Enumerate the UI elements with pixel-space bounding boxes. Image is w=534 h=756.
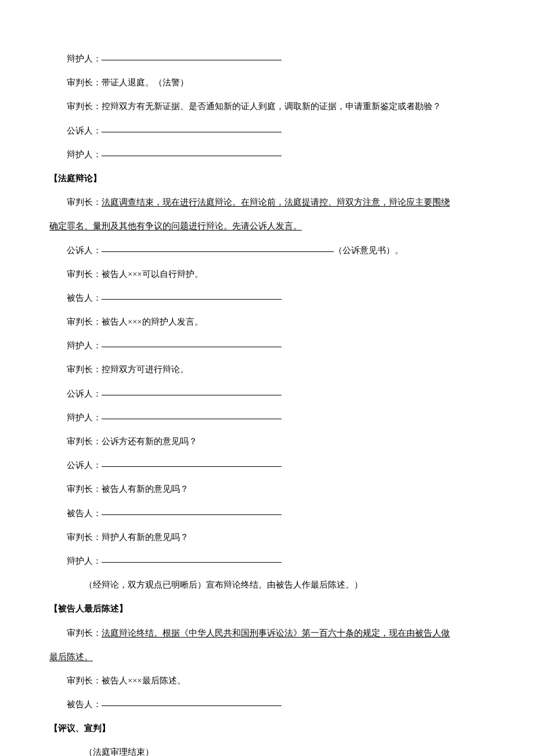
- line-defender-4: 辩护人：: [49, 411, 485, 424]
- blank-field: [102, 387, 282, 395]
- label-defender: 辩护人：: [67, 150, 102, 159]
- line-judge-debate-open-cont: 确定罪名、量刑及其他有争议的问题进行辩论。先请公诉人发言。: [49, 219, 485, 233]
- line-debate-end-note: （经辩论，双方观点已明晰后）宣布辩论终结。由被告人作最后陈述。）: [49, 578, 485, 592]
- label: 公诉人：: [67, 460, 102, 470]
- line-defendant-2: 被告人：: [49, 507, 485, 520]
- text: 审判长：辩护人有新的意见吗？: [67, 532, 189, 542]
- label: 公诉人：: [67, 246, 102, 255]
- label: 公诉人：: [67, 389, 102, 398]
- line-defendant: 被告人：: [49, 291, 485, 305]
- line-defender-3: 辩护人：: [49, 339, 485, 352]
- line-judge-debate-open: 审判长：法庭调查结束，现在进行法庭辩论。在辩论前，法庭提请控、辩双方注意，辩论应…: [49, 196, 485, 209]
- underlined-text: 最后陈述。: [49, 652, 93, 661]
- label: 审判长：: [67, 197, 102, 207]
- label: 辩护人：: [67, 556, 102, 566]
- line-trial-end-note: （法庭审理结束）: [49, 746, 485, 756]
- text: 审判长：被告人×××的辩护人发言。: [67, 317, 203, 326]
- underlined-text: 法庭辩论终结。根据《中华人民共和国刑事诉讼法》第一百六十条的规定，现在由被告人做: [102, 628, 450, 638]
- line-judge-new-evidence: 审判长：控辩双方有无新证据、是否通知新的证人到庭，调取新的证据，申请重新鉴定或者…: [49, 100, 485, 113]
- text: （经辩论，双方观点已明晰后）宣布辩论终结。由被告人作最后陈述。）: [84, 580, 363, 589]
- line-judge-witness-exit: 审判长：带证人退庭。（法警）: [49, 76, 485, 89]
- line-defender-2: 辩护人：: [49, 148, 485, 161]
- line-prosecutor: 公诉人：: [49, 124, 485, 138]
- line-defendant-3: 被告人：: [49, 698, 485, 711]
- text: 审判长：被告人有新的意见吗？: [67, 484, 189, 494]
- line-judge-defendant-opinion: 审判长：被告人有新的意见吗？: [49, 483, 485, 496]
- line-defender: 辩护人：: [49, 52, 485, 66]
- line-prosecutor-opinion: 公诉人：（公诉意见书）。: [49, 244, 485, 257]
- blank-field: [102, 698, 282, 707]
- blank-field: [102, 554, 282, 563]
- suffix: （公诉意见书）。: [334, 246, 403, 255]
- blank-field: [102, 339, 282, 348]
- underlined-text: 法庭调查结束，现在进行法庭辩论。在辩论前，法庭提请控、辩双方注意，辩论应主要围绕: [102, 197, 450, 207]
- section-defendant-final-header: 【被告人最后陈述】: [49, 602, 485, 615]
- line-defender-5: 辩护人：: [49, 555, 485, 568]
- label: 被告人：: [67, 293, 102, 303]
- line-judge-defender-opinion: 审判长：辩护人有新的意见吗？: [49, 531, 485, 544]
- blank-field: [102, 459, 282, 467]
- label: 被告人：: [67, 509, 102, 518]
- blank-field: [102, 506, 282, 515]
- blank-field: [102, 124, 282, 132]
- text: 审判长：控辩双方有无新证据、是否通知新的证人到庭，调取新的证据，申请重新鉴定或者…: [67, 102, 441, 111]
- section-verdict-header: 【评议、宣判】: [49, 722, 485, 735]
- label-defender: 辩护人：: [67, 54, 102, 63]
- blank-field: [102, 291, 282, 300]
- label-prosecutor: 公诉人：: [67, 126, 102, 135]
- label: 审判长：: [67, 628, 102, 638]
- blank-field: [102, 411, 282, 419]
- label: 被告人：: [67, 700, 102, 709]
- section-title: 【评议、宣判】: [49, 723, 110, 733]
- label: 辩护人：: [67, 341, 102, 350]
- section-title: 【被告人最后陈述】: [49, 604, 128, 613]
- text: 审判长：带证人退庭。（法警）: [67, 78, 189, 87]
- line-judge-debate: 审判长：控辩双方可进行辩论。: [49, 363, 485, 376]
- section-court-debate-header: 【法庭辩论】: [49, 172, 485, 185]
- underlined-text: 确定罪名、量刑及其他有争议的问题进行辩论。先请公诉人发言。: [49, 221, 302, 231]
- label: 辩护人：: [67, 413, 102, 422]
- line-judge-prosecutor-opinion: 审判长：公诉方还有新的意见吗？: [49, 435, 485, 448]
- text: 审判长：公诉方还有新的意见吗？: [67, 437, 197, 446]
- blank-field: [102, 147, 282, 156]
- text: 审判长：控辩双方可进行辩论。: [67, 365, 189, 374]
- text: （法庭审理结束）: [84, 747, 154, 756]
- line-judge-defendant-final: 审判长：被告人×××最后陈述。: [49, 674, 485, 687]
- line-judge-final-statement: 审判长：法庭辩论终结。根据《中华人民共和国刑事诉讼法》第一百六十条的规定，现在由…: [49, 627, 485, 640]
- text: 审判长：被告人×××可以自行辩护。: [67, 269, 203, 279]
- text: 审判长：被告人×××最后陈述。: [67, 676, 186, 685]
- blank-field: [102, 243, 334, 252]
- line-judge-defendant-defense: 审判长：被告人×××可以自行辩护。: [49, 268, 485, 281]
- blank-field: [102, 52, 282, 61]
- line-prosecutor-3: 公诉人：: [49, 459, 485, 472]
- section-title: 【法庭辩论】: [49, 174, 102, 183]
- line-prosecutor-2: 公诉人：: [49, 387, 485, 401]
- line-judge-final-statement-cont: 最后陈述。: [49, 650, 485, 664]
- line-judge-defender-speak: 审判长：被告人×××的辩护人发言。: [49, 315, 485, 329]
